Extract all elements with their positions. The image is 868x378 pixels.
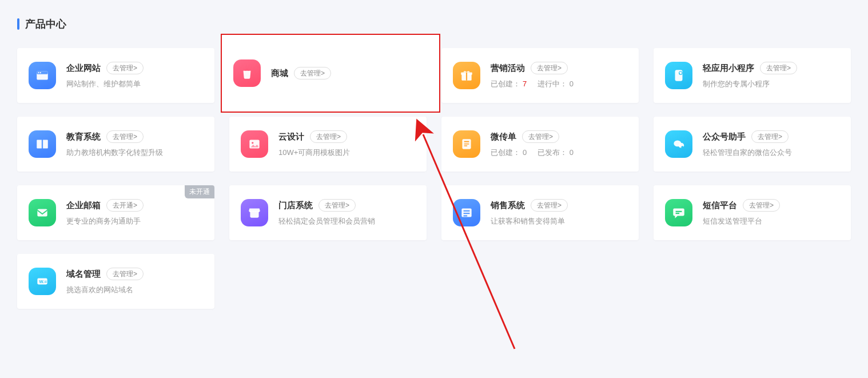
svg-rect-25 [676,213,680,214]
created-label: 已创建： [491,148,520,157]
svg-rect-22 [464,213,470,214]
activate-button[interactable]: 去开通> [106,199,144,212]
svg-text:W.=: W.= [39,279,47,284]
svg-point-18 [681,146,683,148]
card-website[interactable]: 企业网站 去管理> 网站制作、维护都简单 [17,48,214,103]
card-desc: 助力教培机构数字化转型升级 [66,148,203,158]
shopping-bag-icon [233,59,261,87]
browser-window-icon [29,62,56,89]
manage-button[interactable]: 去管理> [751,130,789,143]
running-count: 0 [570,79,574,88]
manage-button[interactable]: 去管理> [522,130,559,143]
svg-rect-14 [464,144,469,145]
card-domain[interactable]: W.= 域名管理 去管理> 挑选喜欢的网站域名 [17,254,214,309]
svg-rect-6 [466,73,467,81]
miniapp-icon [665,62,692,89]
published-label: 已发布： [537,148,567,157]
card-mail[interactable]: 未开通 企业邮箱 去开通> 更专业的商务沟通助手 [17,185,214,240]
card-design[interactable]: 云设计 去管理> 10W+可商用模板图片 [229,117,427,172]
svg-rect-9 [42,140,43,148]
svg-rect-13 [464,141,469,142]
gift-icon [453,62,480,89]
card-title: 域名管理 [66,269,101,280]
card-title: 轻应用小程序 [703,63,754,74]
card-title: 营销活动 [491,63,525,74]
card-desc: 更专业的商务沟通助手 [66,216,203,226]
manage-button[interactable]: 去管理> [531,199,568,212]
published-count: 0 [570,148,574,157]
card-stats: 已创建：0 已发布：0 [491,148,627,158]
manage-button[interactable]: 去管理> [310,130,347,143]
book-icon [29,130,56,158]
manage-button[interactable]: 去管理> [106,268,144,280]
card-desc: 短信发送管理平台 [703,216,839,226]
created-count: 0 [523,148,527,157]
card-education[interactable]: 教育系统 去管理> 助力教培机构数字化转型升级 [17,117,214,172]
svg-point-2 [38,72,39,73]
wechat-icon [665,130,692,158]
highlight-slot: 商城 去管理> [229,48,427,103]
section-header: 产品中心 [17,17,851,31]
card-title: 短信平台 [703,200,737,211]
section-accent-bar [17,18,19,30]
card-title: 门店系统 [278,200,313,211]
card-desc: 挑选喜欢的网站域名 [66,285,203,295]
card-title: 商城 [271,68,288,79]
manage-button[interactable]: 去管理> [531,62,568,74]
card-title: 教育系统 [66,132,101,142]
manage-button[interactable]: 去管理> [294,67,331,79]
manage-button[interactable]: 去管理> [318,199,356,212]
svg-point-11 [252,142,253,144]
card-miniapp[interactable]: 轻应用小程序 去管理> 制作您的专属小程序 [654,48,851,103]
svg-rect-21 [464,210,470,212]
card-desc: 网站制作、维护都简单 [66,79,203,89]
domain-icon: W.= [29,268,56,295]
svg-rect-15 [464,145,467,146]
mail-icon [29,199,56,226]
card-flyer[interactable]: 微传单 去管理> 已创建：0 已发布：0 [441,117,639,172]
svg-rect-23 [464,215,468,216]
card-desc: 10W+可商用模板图片 [278,148,415,158]
card-sms[interactable]: 短信平台 去管理> 短信发送管理平台 [654,185,851,240]
image-icon [241,130,268,158]
svg-point-3 [40,72,41,73]
created-count: 7 [523,79,527,88]
chat-icon [665,199,692,226]
card-marketing[interactable]: 营销活动 去管理> 已创建：7 进行中：0 [441,48,639,103]
manage-button[interactable]: 去管理> [106,130,144,143]
card-store[interactable]: 门店系统 去管理> 轻松搞定会员管理和会员营销 [229,185,427,240]
created-label: 已创建： [491,79,520,88]
manage-button[interactable]: 去管理> [743,199,780,212]
card-title: 微传单 [491,132,516,142]
manage-button[interactable]: 去管理> [760,62,797,74]
card-title: 企业邮箱 [66,200,101,211]
not-activated-badge: 未开通 [185,185,214,198]
card-title: 企业网站 [66,63,101,74]
manage-button[interactable]: 去管理> [106,62,144,74]
card-title: 公众号助手 [703,132,746,142]
svg-rect-24 [676,211,682,212]
flyer-icon [453,130,480,158]
card-title: 云设计 [278,132,304,142]
card-sales[interactable]: 销售系统 去管理> 让获客和销售变得简单 [441,185,639,240]
card-desc: 轻松管理自家的微信公众号 [703,148,839,158]
card-desc: 制作您的专属小程序 [703,79,839,89]
section-title: 产品中心 [25,17,66,31]
card-desc: 让获客和销售变得简单 [491,216,627,226]
running-label: 进行中： [537,79,567,88]
svg-rect-19 [37,209,47,217]
card-mp[interactable]: 公众号助手 去管理> 轻松管理自家的微信公众号 [654,117,851,172]
card-stats: 已创建：7 进行中：0 [491,79,627,89]
product-grid: 企业网站 去管理> 网站制作、维护都简单 商城 去管理> [17,48,851,309]
card-title: 销售系统 [491,200,525,211]
list-icon [453,199,480,226]
card-desc: 轻松搞定会员管理和会员营销 [278,216,415,226]
card-mall[interactable]: 商城 去管理> [222,35,439,112]
store-icon [241,199,268,226]
